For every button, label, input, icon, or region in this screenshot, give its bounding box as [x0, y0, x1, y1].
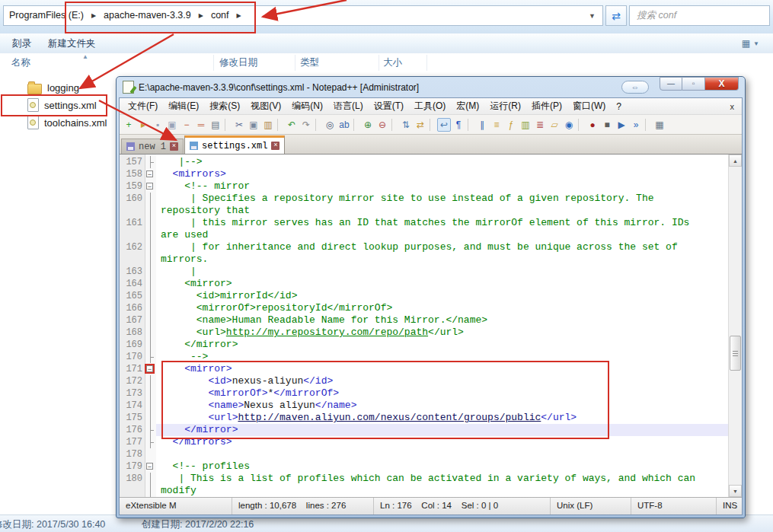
menu-item-4[interactable]: 编码(N): [286, 100, 328, 113]
code-text[interactable]: |: [156, 266, 728, 278]
code-text[interactable]: [156, 448, 728, 460]
new-file-icon[interactable]: +: [122, 118, 136, 132]
menu-item-10[interactable]: 插件(P): [526, 100, 567, 113]
fold-margin[interactable]: [145, 412, 156, 424]
code-area[interactable]: 157 |-->158 <mirrors>159 <!-- mirror160 …: [120, 155, 728, 497]
fold-margin[interactable]: [145, 302, 156, 314]
zoom-out-icon[interactable]: ⊖: [375, 118, 389, 132]
menu-item-7[interactable]: 工具(O): [409, 100, 451, 113]
menubar-close-icon[interactable]: x: [730, 102, 743, 111]
code-text[interactable]: | for inheritance and direct lookup purp…: [156, 241, 728, 266]
save-all-icon[interactable]: ▣: [165, 118, 179, 132]
fold-margin[interactable]: [145, 436, 156, 448]
fold-margin[interactable]: [145, 266, 156, 278]
fold-margin[interactable]: [145, 375, 156, 387]
open-file-icon[interactable]: ▸: [136, 118, 150, 132]
fold-margin[interactable]: [145, 351, 156, 363]
close-file-icon[interactable]: −: [180, 118, 193, 132]
word-wrap-icon[interactable]: ↩: [437, 118, 451, 132]
record-macro-icon[interactable]: ●: [586, 118, 599, 132]
new-folder-button[interactable]: 新建文件夹: [45, 36, 99, 52]
redo-icon[interactable]: ↷: [299, 118, 313, 132]
breadcrumb-item-conf[interactable]: conf: [206, 6, 235, 25]
code-text[interactable]: <mirror>: [156, 278, 728, 290]
code-text[interactable]: | this mirror serves has an ID that matc…: [156, 217, 728, 241]
menu-item-9[interactable]: 运行(R): [484, 100, 526, 113]
play-macro-icon[interactable]: ▶: [615, 118, 628, 132]
column-modified[interactable]: 修改日期: [219, 56, 257, 69]
code-text[interactable]: <url>http://my.repository.com/repo/path<…: [156, 327, 728, 339]
tab-new-1[interactable]: new 1×: [121, 139, 184, 154]
fold-margin[interactable]: [145, 168, 156, 180]
code-text[interactable]: </mirrors>: [156, 436, 728, 448]
code-text[interactable]: <id>nexus-aliyun</id>: [156, 375, 728, 387]
menu-item-2[interactable]: 搜索(S): [204, 100, 245, 113]
fold-margin[interactable]: [145, 314, 156, 327]
fold-margin[interactable]: [145, 424, 156, 436]
code-text[interactable]: </mirror>: [156, 424, 728, 436]
fold-margin[interactable]: [145, 241, 156, 266]
code-text[interactable]: <mirror>: [156, 363, 728, 375]
scrollbar-thumb[interactable]: [730, 336, 741, 371]
file-row-settings-xml[interactable]: settings.xml: [27, 97, 97, 113]
cut-icon[interactable]: ✂: [232, 118, 246, 132]
fold-margin[interactable]: [145, 460, 156, 473]
menu-item-8[interactable]: 宏(M): [451, 100, 484, 113]
code-text[interactable]: <mirrorOf>*</mirrorOf>: [156, 387, 728, 400]
fold-margin[interactable]: [145, 278, 156, 290]
replace-icon[interactable]: ab: [337, 118, 351, 132]
user-dialog-icon[interactable]: ≡: [490, 118, 503, 132]
run-script-icon[interactable]: ƒ: [504, 118, 518, 132]
menu-item-1[interactable]: 编辑(E): [163, 100, 204, 113]
show-all-chars-icon[interactable]: ¶: [452, 118, 465, 132]
scroll-down-icon[interactable]: ▼: [729, 485, 742, 497]
menu-item-3[interactable]: 视图(V): [245, 100, 286, 113]
fold-margin[interactable]: [145, 339, 156, 351]
change-view-button[interactable]: ▦ ▼: [742, 38, 759, 49]
fold-margin[interactable]: [145, 473, 156, 497]
document-map-icon[interactable]: ▥: [519, 118, 532, 132]
tab-settings-xml[interactable]: settings.xml×: [184, 135, 285, 154]
undo-icon[interactable]: ↶: [285, 118, 299, 132]
pin-button[interactable]: ⇔: [621, 81, 649, 94]
code-text[interactable]: </mirror>: [156, 339, 728, 351]
fold-margin[interactable]: [145, 217, 156, 241]
code-text[interactable]: <url>http://maven.aliyun.com/nexus/conte…: [156, 412, 728, 424]
function-list-icon[interactable]: ≣: [533, 118, 547, 132]
save-macro-icon[interactable]: ▦: [653, 118, 666, 132]
refresh-button[interactable]: ⇄: [605, 5, 627, 26]
fold-margin[interactable]: [145, 387, 156, 400]
vertical-scrollbar[interactable]: ▲ ▼: [728, 155, 742, 497]
copy-icon[interactable]: ▣: [247, 118, 260, 132]
menu-item-11[interactable]: 窗口(W): [567, 100, 611, 113]
minimize-button[interactable]: —: [660, 77, 682, 91]
run-macro-multi-icon[interactable]: »: [629, 118, 643, 132]
tab-close-icon[interactable]: ×: [271, 142, 279, 150]
save-icon[interactable]: ▪: [151, 118, 165, 132]
code-text[interactable]: <mirrors>: [156, 168, 728, 180]
zoom-in-icon[interactable]: ⊕: [361, 118, 375, 132]
menu-item-5[interactable]: 语言(L): [328, 100, 369, 113]
breadcrumb[interactable]: ProgramFiles (E:)▶apache-maven-3.3.9▶con…: [3, 5, 603, 26]
find-icon[interactable]: ◎: [323, 118, 337, 132]
close-button[interactable]: X: [705, 77, 739, 91]
fold-margin[interactable]: [145, 400, 156, 412]
column-name[interactable]: 名称: [11, 56, 30, 69]
menu-item-0[interactable]: 文件(F): [123, 100, 163, 113]
search-input[interactable]: 搜索 conf: [629, 5, 770, 26]
folder-workspace-icon[interactable]: ▱: [548, 118, 561, 132]
file-row-logging[interactable]: logging: [27, 79, 79, 96]
fold-margin[interactable]: [145, 448, 156, 460]
scroll-up-icon[interactable]: ▲: [729, 155, 742, 167]
print-icon[interactable]: ▤: [209, 118, 222, 132]
code-text[interactable]: -->: [156, 351, 728, 363]
code-text[interactable]: <name>Human Readable Name for this Mirro…: [156, 314, 728, 327]
fold-margin[interactable]: [145, 156, 156, 168]
code-segment-clink[interactable]: http://my.repository.com/repo/path: [226, 327, 428, 338]
monitoring-icon[interactable]: ◉: [562, 118, 576, 132]
code-text[interactable]: <!-- profiles: [156, 460, 728, 473]
close-all-icon[interactable]: ═: [194, 118, 208, 132]
maximize-button[interactable]: ▫: [682, 77, 705, 91]
menu-item-6[interactable]: 设置(T): [369, 100, 409, 113]
fold-margin[interactable]: [145, 193, 156, 217]
